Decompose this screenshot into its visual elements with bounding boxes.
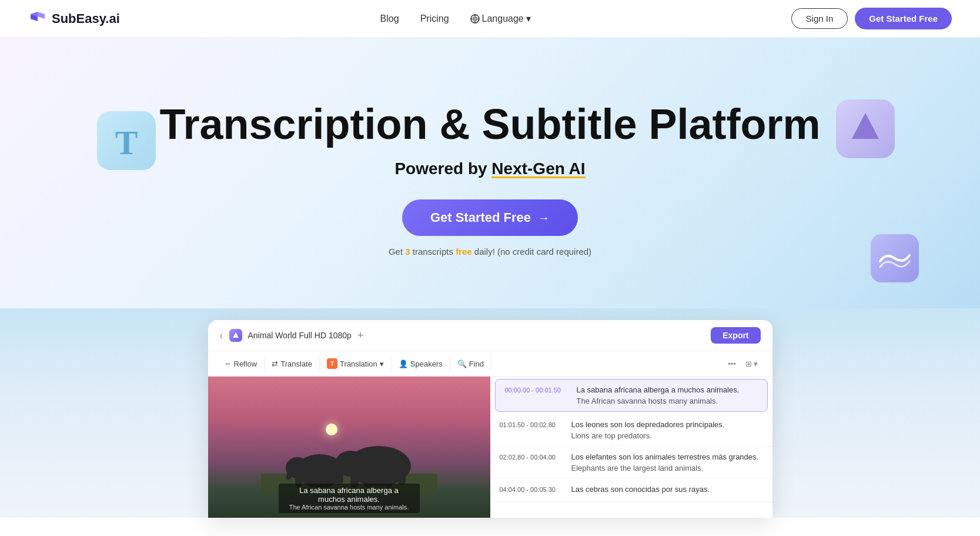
note-suffix: daily! (no credit card required) xyxy=(472,247,591,257)
transcript-time: 04:04.00 - 00:05.30 xyxy=(500,485,564,493)
float-t-decoration: T xyxy=(94,108,159,173)
speakers-icon: 👤 xyxy=(399,359,408,368)
transcript-time: 02:02.80 - 00:04.00 xyxy=(500,452,564,461)
transcript-line1: Las cebras son conocidas por sus rayas. xyxy=(571,485,763,494)
language-label: Language xyxy=(482,14,524,24)
logo-icon xyxy=(28,9,47,28)
subtitle-prefix: Powered by xyxy=(394,159,491,178)
hero-title: Transcription & Subtitle Platform xyxy=(159,101,820,148)
reflow-icon: ↔ xyxy=(225,359,232,368)
transcript-line2: Elephants are the largest land animals. xyxy=(571,464,763,472)
transcript-line1: La sabana africana alberga a muchos anim… xyxy=(577,385,758,394)
transcript-row[interactable]: 02:02.80 - 00:04.00 Los elefantes son lo… xyxy=(490,447,772,479)
transcript-row[interactable]: 00:00.00 - 00:01.50 La sabana africana a… xyxy=(495,379,768,412)
app-titlebar: ‹ Animal World Full HD 1080p + Export xyxy=(208,320,772,351)
reflow-button[interactable]: ↔ Reflow xyxy=(218,357,265,371)
titlebar-left: ‹ Animal World Full HD 1080p + xyxy=(220,329,364,342)
svg-rect-5 xyxy=(871,234,919,282)
more-options-button[interactable]: ••• xyxy=(723,357,741,371)
get-started-nav-button[interactable]: Get Started Free xyxy=(855,8,952,29)
nav-blog[interactable]: Blog xyxy=(380,14,399,24)
view-options-button[interactable]: ⊞ ▾ xyxy=(741,357,763,371)
hero-subtitle: Powered by Next-Gen AI xyxy=(394,159,585,178)
transcript-line2: The African savanna hosts many animals. xyxy=(577,397,758,405)
app-window: ‹ Animal World Full HD 1080p + Export ↔ … xyxy=(208,320,772,518)
reflow-label: Reflow xyxy=(234,359,257,368)
note-prefix: Get xyxy=(389,247,405,257)
subtitle-highlight: Next-Gen AI xyxy=(491,159,585,178)
translate-arrows-icon: ⇄ xyxy=(272,359,278,368)
float-wave-decoration xyxy=(868,232,921,285)
transcript-line1: Los elefantes son los animales terrestre… xyxy=(571,452,763,461)
translation-dropdown[interactable]: T Translation ▾ xyxy=(320,356,392,371)
nav-pricing[interactable]: Pricing xyxy=(420,14,449,24)
get-started-hero-label: Get Started Free xyxy=(430,210,531,225)
note-middle: transcripts xyxy=(410,247,456,257)
translate-label: Translate xyxy=(280,359,312,368)
translation-icon: T xyxy=(327,358,337,369)
app-content: La sabana africana alberga a muchos anim… xyxy=(208,377,772,518)
float-triangle-decoration xyxy=(833,96,898,161)
transcript-line2: Lions are top predators. xyxy=(571,431,763,440)
note-free: free xyxy=(456,247,472,257)
transcript-panel: 00:00.00 - 00:01.50 La sabana africana a… xyxy=(490,377,772,518)
brand-name: SubEasy.ai xyxy=(52,11,120,26)
video-panel: La sabana africana alberga a muchos anim… xyxy=(208,377,490,518)
svg-point-0 xyxy=(471,15,479,23)
tab-label: Animal World Full HD 1080p xyxy=(248,331,352,340)
note-count: 3 xyxy=(405,247,410,257)
preview-section: ‹ Animal World Full HD 1080p + Export ↔ … xyxy=(0,308,980,518)
search-icon: 🔍 xyxy=(457,359,467,368)
hero-note: Get 3 transcripts free daily! (no credit… xyxy=(389,247,591,257)
chevron-down-icon: ▾ xyxy=(526,13,531,24)
transcript-text: Los leones son los depredadores principa… xyxy=(571,420,763,440)
svg-marker-6 xyxy=(233,332,239,338)
chevron-down-icon: ▾ xyxy=(380,359,384,368)
svg-text:T: T xyxy=(115,124,138,162)
tab-icon xyxy=(229,329,242,342)
navbar: SubEasy.ai Blog Pricing Language ▾ Sign … xyxy=(0,0,980,38)
speakers-label: Speakers xyxy=(410,359,443,368)
svg-marker-4 xyxy=(852,113,879,139)
transcript-line1: Los leones son los depredadores principa… xyxy=(571,420,763,429)
video-thumbnail: La sabana africana alberga a muchos anim… xyxy=(208,377,490,518)
app-toolbar: ↔ Reflow ⇄ Translate T Translation ▾ 👤 S… xyxy=(208,351,772,377)
get-started-hero-button[interactable]: Get Started Free → xyxy=(402,199,578,236)
svg-rect-3 xyxy=(836,99,895,158)
export-button[interactable]: Export xyxy=(711,327,760,344)
transcript-text: Los elefantes son los animales terrestre… xyxy=(571,452,763,472)
transcript-row[interactable]: 04:04.00 - 00:05.30 Las cebras son conoc… xyxy=(490,479,772,502)
translation-label: Translation xyxy=(340,359,377,368)
transcript-time: 01:01.50 - 00:02.80 xyxy=(500,420,564,428)
hero-section: T Transcription & Subtitle Platform Powe… xyxy=(0,38,980,308)
nav-language[interactable]: Language ▾ xyxy=(470,13,531,24)
subtitle-overlay: La sabana africana alberga a muchos anim… xyxy=(279,484,420,513)
nav-links: Blog Pricing Language ▾ xyxy=(380,13,531,24)
transcript-text: Las cebras son conocidas por sus rayas. xyxy=(571,485,763,496)
find-label: Find xyxy=(469,359,484,368)
back-button[interactable]: ‹ xyxy=(220,329,223,342)
arrow-icon: → xyxy=(538,211,550,225)
svg-rect-1 xyxy=(97,111,156,170)
speakers-button[interactable]: 👤 Speakers xyxy=(392,357,450,371)
svg-rect-18 xyxy=(397,462,406,485)
globe-icon xyxy=(470,14,480,24)
nav-actions: Sign In Get Started Free xyxy=(791,8,952,29)
add-tab-button[interactable]: + xyxy=(357,329,364,342)
subtitle-line1: La sabana africana alberga a muchos anim… xyxy=(286,486,413,504)
transcript-row[interactable]: 01:01.50 - 00:02.80 Los leones son los d… xyxy=(490,414,772,447)
subtitle-line2: The African savanna hosts many animals. xyxy=(286,504,413,511)
translate-button[interactable]: ⇄ Translate xyxy=(265,357,320,371)
find-button[interactable]: 🔍 Find xyxy=(450,357,491,371)
transcript-time: 00:00.00 - 00:01.50 xyxy=(505,385,570,394)
transcript-text: La sabana africana alberga a muchos anim… xyxy=(577,385,758,405)
brand-logo[interactable]: SubEasy.ai xyxy=(28,9,120,28)
signin-button[interactable]: Sign In xyxy=(791,8,848,29)
